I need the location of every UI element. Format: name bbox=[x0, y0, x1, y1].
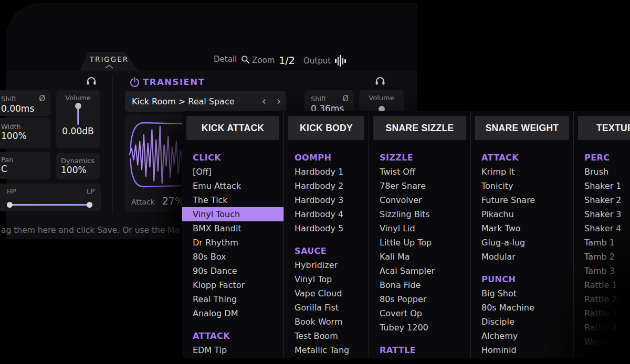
menu-item[interactable]: Modular bbox=[471, 250, 573, 264]
power-icon[interactable] bbox=[130, 77, 140, 87]
menu-item[interactable]: Shaker 3 bbox=[574, 207, 630, 221]
section-divider bbox=[112, 74, 113, 214]
menu-item[interactable]: Tubey 1200 bbox=[369, 320, 470, 335]
volume-slider[interactable] bbox=[56, 103, 100, 126]
menu-item[interactable]: 80s Machine bbox=[471, 301, 573, 315]
menu-item[interactable]: EDM Tip bbox=[182, 343, 284, 357]
menu-item[interactable]: Alchemy bbox=[471, 329, 573, 343]
menu-item[interactable]: Metallic Tang bbox=[284, 343, 369, 357]
chevron-up-icon bbox=[104, 65, 114, 69]
width-value[interactable]: 100% bbox=[1, 131, 45, 141]
pan-value[interactable]: C bbox=[1, 164, 45, 174]
menu-item[interactable]: Vinyl Touch bbox=[182, 207, 284, 221]
menu-item[interactable]: Tamb 2 bbox=[574, 250, 630, 264]
menu-item[interactable]: Bona Fide bbox=[369, 278, 470, 292]
lp-slider-handle[interactable] bbox=[87, 202, 92, 208]
menu-item[interactable]: Tamb 1 bbox=[574, 235, 630, 250]
menu-item[interactable]: Mark Two bbox=[471, 221, 573, 235]
menu-item[interactable]: 80s Popper bbox=[369, 292, 470, 306]
zoom-control[interactable]: Zoom 1/2 bbox=[252, 55, 295, 66]
menu-column-header-snare-weight[interactable]: SNARE WEIGHT bbox=[475, 116, 569, 140]
menu-item[interactable]: Shaker 2 bbox=[574, 193, 630, 207]
menu-column-header-snare-sizzle[interactable]: SNARE SIZZLE bbox=[373, 116, 466, 140]
menu-item[interactable]: 78er Snare bbox=[369, 179, 470, 193]
menu-item-list: SIZZLETwist Off78er SnareConvolverSizzli… bbox=[369, 140, 470, 357]
headphones-icon[interactable] bbox=[375, 76, 385, 85]
filter-param[interactable]: HP LP bbox=[0, 184, 101, 211]
preset-prev-button[interactable]: ‹ bbox=[257, 95, 271, 108]
menu-item[interactable]: The Tick bbox=[182, 193, 284, 207]
menu-item[interactable]: [Off] bbox=[182, 165, 284, 179]
menu-item[interactable]: Test Boom bbox=[284, 329, 369, 343]
detail-button[interactable]: Detail bbox=[214, 55, 250, 64]
preset-next-button[interactable]: › bbox=[271, 95, 286, 108]
menu-item[interactable]: Acai Sampler bbox=[369, 264, 470, 278]
menu-item[interactable]: Covert Op bbox=[369, 306, 470, 320]
width-param[interactable]: Width 100% bbox=[0, 118, 50, 148]
menu-item[interactable]: Vinyl Lid bbox=[369, 221, 470, 235]
menu-item[interactable]: Vinyl Top bbox=[284, 272, 369, 286]
menu-item[interactable]: Pikachu bbox=[471, 207, 573, 221]
menu-item[interactable]: Twist Off bbox=[369, 165, 470, 179]
menu-item[interactable]: Hardbody 2 bbox=[284, 179, 369, 193]
menu-item[interactable]: 80s Box bbox=[182, 250, 284, 264]
phase-icon[interactable]: Ø bbox=[342, 94, 349, 103]
menu-item[interactable]: Dr Rhythm bbox=[182, 235, 284, 250]
menu-column-header-kick-attack[interactable]: KICK ATTACK bbox=[186, 116, 279, 140]
menu-item[interactable]: Hybridizer bbox=[284, 258, 369, 272]
menu-item[interactable]: Hardbody 1 bbox=[284, 165, 369, 179]
hp-slider-handle[interactable] bbox=[7, 202, 13, 208]
menu-item[interactable]: Emu Attack bbox=[182, 179, 284, 193]
volume-param[interactable]: Volume 0.00dB bbox=[56, 90, 100, 148]
menu-item[interactable]: Glug-a-lug bbox=[471, 235, 573, 250]
menu-item[interactable]: Future Snare bbox=[471, 193, 573, 207]
menu-item[interactable]: Wood bbox=[574, 335, 630, 349]
menu-item[interactable]: Kali Ma bbox=[369, 250, 470, 264]
menu-item[interactable]: Krimp It bbox=[471, 165, 573, 179]
menu-item[interactable]: Shaker 4 bbox=[574, 221, 630, 235]
menu-item[interactable]: Tamb 3 bbox=[574, 264, 630, 278]
volume-slider-handle[interactable] bbox=[75, 103, 81, 109]
menu-item[interactable]: BMX Bandit bbox=[182, 221, 284, 235]
menu-item[interactable]: Hardbody 5 bbox=[284, 221, 369, 235]
volume-value[interactable]: 0.00dB bbox=[56, 126, 100, 136]
menu-item[interactable]: Disciple bbox=[471, 315, 573, 329]
menu-item[interactable]: Little Up Top bbox=[369, 235, 470, 250]
dynamics-value[interactable]: 100% bbox=[61, 165, 100, 175]
menu-item[interactable]: Vape Cloud bbox=[284, 286, 369, 301]
menu-item[interactable]: Rattle 2 bbox=[574, 292, 630, 306]
menu-item[interactable]: Real Thing bbox=[182, 292, 284, 306]
menu-item[interactable]: Analog DM bbox=[182, 306, 284, 320]
attack-value[interactable]: 27% bbox=[162, 195, 184, 207]
menu-item[interactable]: Gorilla Fist bbox=[284, 301, 369, 315]
output-button[interactable]: Output bbox=[303, 55, 346, 67]
menu-item[interactable]: Tonicity bbox=[471, 179, 573, 193]
menu-item[interactable]: Hardbody 4 bbox=[284, 207, 369, 221]
menu-column-header-kick-body[interactable]: KICK BODY bbox=[288, 116, 364, 140]
toolbar-divider bbox=[6, 71, 417, 71]
menu-item[interactable]: Rattle 4 bbox=[574, 320, 630, 335]
filter-slider[interactable] bbox=[7, 200, 94, 209]
menu-item[interactable]: Brush bbox=[574, 165, 630, 179]
headphones-icon[interactable] bbox=[86, 76, 97, 85]
menu-item[interactable]: 90s Dance bbox=[182, 264, 284, 278]
preset-selector[interactable]: Kick Room > Real Space ‹ › bbox=[125, 91, 286, 112]
menu-column-header-texture[interactable]: TEXTURE bbox=[578, 116, 630, 140]
menu-item[interactable]: Shaker 1 bbox=[574, 179, 630, 193]
menu-item[interactable]: Klopp Factor bbox=[182, 278, 284, 292]
phase-icon[interactable]: Ø bbox=[39, 94, 45, 103]
menu-item[interactable]: Hardbody 3 bbox=[284, 193, 369, 207]
menu-item[interactable]: Rattle 3 bbox=[574, 306, 630, 320]
shift-param[interactable]: Shift Ø 0.00ms bbox=[0, 90, 50, 116]
dynamics-param[interactable]: Dynamics 100% bbox=[56, 153, 100, 179]
attack-label: Attack bbox=[131, 198, 155, 206]
pan-param[interactable]: Pan C bbox=[0, 152, 50, 179]
shift-value[interactable]: 0.00ms bbox=[1, 103, 45, 114]
menu-item[interactable]: Rattle 1 bbox=[574, 278, 630, 292]
menu-item[interactable]: Big Shot bbox=[471, 286, 573, 301]
menu-item[interactable]: Hominid bbox=[471, 343, 573, 357]
menu-item[interactable]: Convolver bbox=[369, 193, 470, 207]
preset-browser-menu: KICK ATTACKCLICK[Off]Emu AttackThe TickV… bbox=[182, 111, 630, 358]
menu-item[interactable]: Book Worm bbox=[284, 315, 369, 329]
menu-item[interactable]: Sizzling Bits bbox=[369, 207, 470, 221]
